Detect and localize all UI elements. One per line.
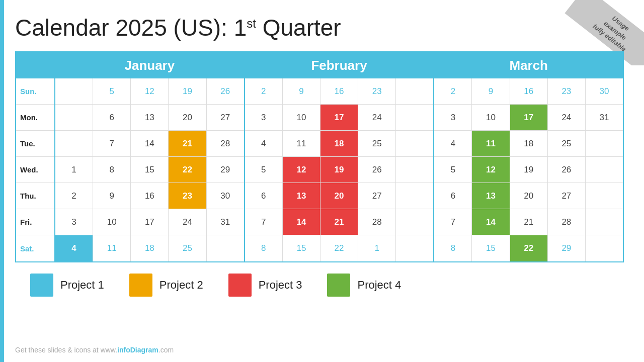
week-col-2: 16171819202122 — [320, 78, 358, 261]
calendar-day-cell: 9 — [93, 183, 130, 209]
calendar-day-cell: 3 — [55, 209, 93, 235]
calendar-day-cell: 21 — [169, 131, 206, 157]
day-label-sat: Sat. — [16, 235, 54, 261]
calendar-day-cell: 24 — [358, 105, 395, 131]
calendar-day-cell: 6 — [434, 183, 471, 209]
day-labels-column: Sun. Mon. Tue. Wed. Thu. Fri. Sat. — [16, 52, 55, 261]
day-label-thu: Thu. — [16, 183, 54, 209]
week-col-0: 2345678 — [245, 78, 283, 261]
legend-label-4: Project 4 — [357, 279, 401, 292]
week-col-1: 9101112131415 — [472, 78, 510, 261]
week-col-4: 3031 — [586, 78, 623, 261]
day-label-header — [16, 52, 54, 78]
legend-label-1: Project 1 — [60, 279, 104, 292]
calendar-day-cell: 12 — [283, 157, 320, 183]
calendar-day-cell — [586, 209, 623, 235]
calendar-day-cell: 4 — [434, 131, 471, 157]
calendar-day-cell — [396, 183, 433, 209]
calendar-day-cell: 9 — [472, 78, 509, 105]
legend-color-box-4 — [327, 274, 350, 297]
calendar-day-cell: 23 — [548, 78, 585, 105]
calendar-day-cell: 17 — [320, 105, 358, 131]
calendar-day-cell: 10 — [472, 105, 509, 131]
calendar-day-cell: 23 — [169, 183, 206, 209]
left-accent-bar — [0, 0, 4, 362]
calendar-day-cell: 5 — [245, 157, 282, 183]
calendar-day-cell: 31 — [586, 105, 623, 131]
months-container: January123456789101112131415161718192021… — [55, 52, 623, 261]
calendar-day-cell — [586, 235, 623, 261]
calendar-day-cell — [396, 78, 433, 105]
calendar-day-cell: 17 — [131, 209, 168, 235]
calendar-day-cell: 31 — [207, 209, 244, 235]
calendar-day-cell: 16 — [131, 183, 168, 209]
calendar-day-cell: 8 — [93, 157, 130, 183]
calendar: Sun. Mon. Tue. Wed. Thu. Fri. Sat. Janua… — [15, 51, 624, 262]
calendar-day-cell: 11 — [283, 131, 320, 157]
week-col-3: 2324252627281 — [358, 78, 396, 261]
legend-item-4: Project 4 — [327, 274, 401, 297]
calendar-day-cell: 30 — [207, 183, 244, 209]
week-col-3: 19202122232425 — [169, 78, 206, 261]
calendar-day-cell: 21 — [510, 209, 547, 235]
week-col-2: 16171819202122 — [510, 78, 548, 261]
month-grid-march: 2345678910111213141516171819202122232425… — [434, 78, 623, 261]
calendar-day-cell — [396, 235, 433, 261]
page-title: Calendar 2025 (US): 1st Quarter — [15, 14, 639, 41]
calendar-day-cell: 13 — [472, 183, 509, 209]
calendar-day-cell: 26 — [207, 78, 244, 105]
legend-item-3: Project 3 — [228, 274, 302, 297]
calendar-day-cell: 15 — [283, 235, 320, 261]
calendar-day-cell — [586, 183, 623, 209]
day-label-wed: Wed. — [16, 157, 54, 183]
calendar-day-cell: 26 — [358, 157, 395, 183]
calendar-day-cell: 12 — [131, 78, 168, 105]
calendar-day-cell: 12 — [472, 157, 509, 183]
calendar-day-cell — [55, 131, 93, 157]
calendar-day-cell: 25 — [169, 235, 206, 261]
calendar-day-cell: 11 — [472, 131, 509, 157]
legend-color-box-2 — [129, 274, 152, 297]
week-col-1: 567891011 — [93, 78, 131, 261]
day-label-sun: Sun. — [16, 78, 54, 105]
calendar-day-cell: 28 — [548, 209, 585, 235]
legend-item-2: Project 2 — [129, 274, 203, 297]
calendar-day-cell: 27 — [548, 183, 585, 209]
calendar-day-cell: 9 — [283, 78, 320, 105]
legend-color-box-1 — [30, 274, 53, 297]
calendar-day-cell: 2 — [55, 183, 93, 209]
calendar-day-cell: 8 — [245, 235, 282, 261]
legend-label-3: Project 3 — [259, 279, 302, 292]
calendar-day-cell: 24 — [169, 209, 206, 235]
month-header-march: March — [434, 52, 623, 78]
calendar-day-cell: 25 — [358, 131, 395, 157]
calendar-day-cell: 18 — [510, 131, 547, 157]
month-header-february: February — [245, 52, 434, 78]
day-label-tue: Tue. — [16, 131, 54, 157]
footer-brand: infoDiagram — [117, 346, 158, 354]
calendar-day-cell: 20 — [320, 183, 358, 209]
calendar-day-cell: 2 — [434, 78, 471, 105]
calendar-day-cell: 14 — [131, 131, 168, 157]
calendar-day-cell: 13 — [131, 105, 168, 131]
week-col-2: 12131415161718 — [131, 78, 169, 261]
calendar-day-cell: 6 — [245, 183, 282, 209]
calendar-day-cell: 19 — [320, 157, 358, 183]
calendar-day-cell: 4 — [55, 235, 93, 261]
calendar-day-cell — [396, 157, 433, 183]
calendar-day-cell: 20 — [510, 183, 547, 209]
calendar-day-cell: 28 — [358, 209, 395, 235]
calendar-day-cell: 13 — [283, 183, 320, 209]
calendar-day-cell: 14 — [283, 209, 320, 235]
calendar-day-cell: 19 — [510, 157, 547, 183]
calendar-day-cell: 15 — [472, 235, 509, 261]
calendar-day-cell: 10 — [283, 105, 320, 131]
calendar-day-cell: 15 — [131, 157, 168, 183]
month-grid-january: 1234567891011121314151617181920212223242… — [55, 78, 244, 261]
calendar-day-cell: 20 — [169, 105, 206, 131]
calendar-day-cell — [396, 105, 433, 131]
month-grid-february: 2345678910111213141516171819202122232425… — [245, 78, 434, 261]
calendar-day-cell: 18 — [131, 235, 168, 261]
week-col-4: 262728293031 — [207, 78, 244, 261]
legend-color-box-3 — [228, 274, 252, 297]
